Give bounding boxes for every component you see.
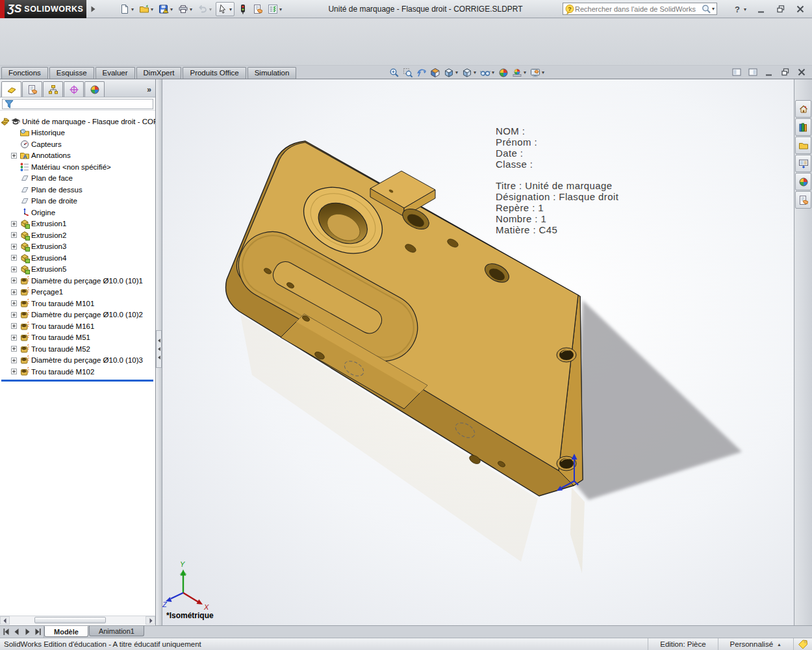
- doc-minimize-button[interactable]: [763, 67, 776, 77]
- tree-item[interactable]: Trou taraudé M101: [0, 298, 155, 309]
- doc-close-button[interactable]: [795, 67, 808, 77]
- expand-toggle[interactable]: [11, 266, 17, 272]
- expand-toggle[interactable]: [11, 244, 17, 250]
- tree-item[interactable]: Extrusion5: [0, 264, 155, 276]
- minimize-button[interactable]: [755, 3, 768, 16]
- tab-fonctions[interactable]: Fonctions: [1, 67, 48, 79]
- view-settings-button[interactable]: ▾: [529, 68, 546, 78]
- tree-item[interactable]: Diamètre du perçage Ø10.0 (10)1: [0, 275, 155, 287]
- print-document-dropdown[interactable]: ▾: [189, 6, 193, 12]
- expand-toggle[interactable]: [11, 312, 17, 318]
- display-style-button[interactable]: ▾: [461, 68, 477, 78]
- section-view-button[interactable]: [429, 68, 441, 78]
- tree-root-item[interactable]: Unité de marquage - Flasque droit - CORR…: [0, 116, 155, 127]
- help-dropdown[interactable]: ▾: [743, 6, 747, 12]
- zoom-to-fit-button[interactable]: [388, 68, 400, 78]
- rebuild-traffic-light-button[interactable]: [236, 3, 249, 16]
- tree-horizontal-scrollbar[interactable]: [0, 616, 155, 625]
- graphics-viewport[interactable]: Y X Z NOM :Prénom :Date :Classe : Titre …: [162, 79, 794, 625]
- tab-simulation[interactable]: Simulation: [247, 67, 297, 79]
- tree-item[interactable]: Plan de dessus: [0, 184, 155, 196]
- tab-dimxpert[interactable]: DimXpert: [136, 67, 182, 79]
- open-folder-button[interactable]: ▾: [138, 3, 155, 16]
- expand-toggle[interactable]: [11, 358, 17, 363]
- tab-evaluer[interactable]: Evaluer: [95, 67, 135, 79]
- expand-toggle[interactable]: [11, 153, 17, 159]
- panel-tab-dimxpertmanager[interactable]: [64, 81, 84, 97]
- scroll-right-button[interactable]: [146, 616, 155, 625]
- rollback-bar[interactable]: [1, 380, 153, 382]
- tab-last-button[interactable]: [32, 627, 42, 636]
- panel-tab-propertymanager[interactable]: [22, 81, 42, 97]
- scrollbar-track[interactable]: [10, 616, 146, 625]
- expand-toggle[interactable]: [11, 346, 17, 352]
- tree-item[interactable]: Historique: [0, 127, 155, 139]
- tab-next-button[interactable]: [22, 627, 32, 636]
- expand-toggle[interactable]: [11, 323, 17, 329]
- save-document-button[interactable]: ▾: [157, 3, 175, 16]
- scrollbar-thumb[interactable]: [34, 617, 106, 623]
- search-dropdown[interactable]: ▾: [711, 6, 715, 12]
- expand-toggle[interactable]: [11, 369, 17, 374]
- tab-esquisse[interactable]: Esquisse: [49, 67, 94, 79]
- tree-item[interactable]: Plan de face: [0, 173, 155, 185]
- previous-view-button[interactable]: [416, 68, 427, 78]
- panel-collapse-handle[interactable]: [156, 330, 162, 368]
- solidworks-resources-button[interactable]: [795, 100, 811, 118]
- tree-item[interactable]: AAnnotations: [0, 150, 155, 162]
- help-button[interactable]: ?▾: [731, 3, 748, 16]
- select-cursor-dropdown[interactable]: ▾: [229, 6, 233, 12]
- tab-prev-button[interactable]: [12, 627, 21, 636]
- view-orientation-dropdown[interactable]: ▾: [455, 70, 459, 75]
- sheet-tab-animation1[interactable]: Animation1: [89, 626, 144, 636]
- tree-filter-input[interactable]: [2, 99, 153, 109]
- undo-dropdown[interactable]: ▾: [209, 6, 212, 12]
- part-3d-view[interactable]: Y X Z: [162, 79, 794, 625]
- status-tag-button[interactable]: [793, 638, 812, 650]
- view-settings-dropdown[interactable]: ▾: [541, 70, 545, 75]
- tree-item[interactable]: Perçage1: [0, 287, 155, 298]
- appearances-scenes-button[interactable]: [795, 173, 811, 190]
- zoom-to-area-button[interactable]: [402, 68, 414, 78]
- pane-preview-right-button[interactable]: [746, 67, 759, 77]
- panel-tab-configurationmanager[interactable]: [43, 81, 63, 97]
- tree-item[interactable]: Extrusion3: [0, 241, 155, 253]
- tree-item[interactable]: Trou taraudé M51: [0, 332, 155, 344]
- apply-scene-button[interactable]: ▾: [511, 68, 527, 78]
- apply-scene-dropdown[interactable]: ▾: [523, 70, 527, 75]
- doc-restore-button[interactable]: [779, 67, 792, 77]
- custom-properties-button[interactable]: [795, 191, 811, 209]
- tree-item[interactable]: Diamètre du perçage Ø10.0 (10)3: [0, 355, 155, 367]
- annotation-block-identity[interactable]: NOM :Prénom :Date :Classe :: [496, 125, 618, 170]
- print-document-button[interactable]: ▾: [177, 3, 194, 16]
- open-folder-dropdown[interactable]: ▾: [150, 6, 154, 12]
- expand-toggle[interactable]: [11, 300, 17, 306]
- expand-toggle[interactable]: [11, 232, 17, 238]
- hide-show-items-button[interactable]: ▾: [479, 68, 496, 78]
- tree-item[interactable]: Trou taraudé M102: [0, 366, 155, 378]
- close-button[interactable]: [794, 3, 807, 16]
- file-properties-button[interactable]: [251, 3, 264, 16]
- undo-button[interactable]: ▾: [196, 3, 214, 16]
- tree-item[interactable]: Extrusion2: [0, 229, 155, 241]
- search-magnifier-icon[interactable]: [701, 4, 711, 14]
- edit-appearance-button[interactable]: [498, 68, 509, 78]
- toolbar-overflow-button[interactable]: [88, 3, 97, 15]
- tree-item[interactable]: Origine: [0, 207, 155, 218]
- new-document-dropdown[interactable]: ▾: [131, 6, 134, 12]
- expand-toggle[interactable]: [11, 278, 17, 283]
- view-orientation-button[interactable]: ▾: [443, 68, 459, 78]
- annotation-block-part-info[interactable]: Titre : Unité de marquageDésignation : F…: [496, 180, 618, 235]
- new-document-button[interactable]: ▾: [118, 3, 136, 16]
- panel-tab-overflow[interactable]: »: [147, 85, 154, 97]
- display-style-dropdown[interactable]: ▾: [473, 70, 477, 75]
- panel-tab-featuremanager[interactable]: [1, 81, 21, 97]
- expand-toggle[interactable]: [11, 335, 17, 341]
- hide-show-items-dropdown[interactable]: ▾: [491, 70, 495, 75]
- panel-splitter[interactable]: [156, 79, 162, 625]
- tab-first-button[interactable]: [1, 627, 11, 636]
- tree-item[interactable]: Trou taraudé M52: [0, 343, 155, 355]
- tree-item[interactable]: Diamètre du perçage Ø10.0 (10)2: [0, 309, 155, 321]
- panel-tab-displaymanager[interactable]: [84, 81, 105, 97]
- tree-item[interactable]: Trou taraudé M161: [0, 320, 155, 332]
